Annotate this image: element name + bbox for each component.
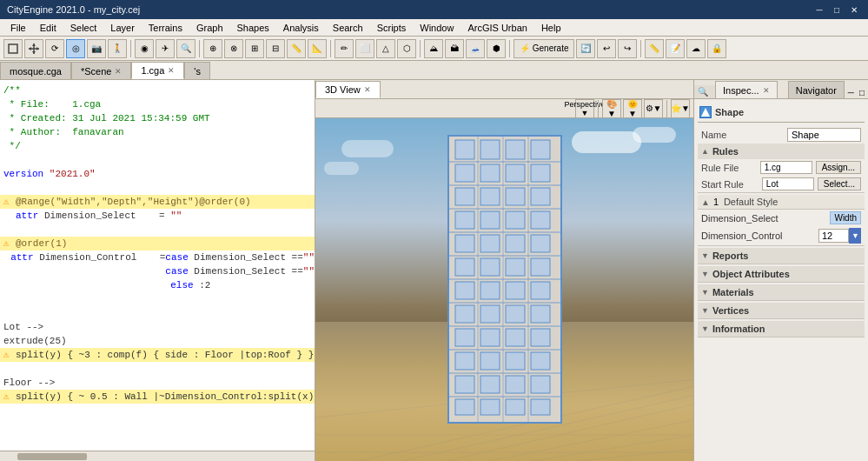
3d-view-content[interactable] <box>315 118 693 461</box>
reports-chevron: ▼ <box>701 251 709 260</box>
information-section-header[interactable]: ▼ Information <box>698 321 865 337</box>
toolbar-graph[interactable]: ⬢ <box>487 39 506 58</box>
building <box>435 127 574 431</box>
code-line <box>0 306 315 320</box>
toolbar-generate[interactable]: ⚡ Generate <box>514 39 574 58</box>
menu-window[interactable]: Window <box>413 21 461 35</box>
toolbar-zoomin[interactable]: 🔍 <box>176 39 195 58</box>
toolbar-align[interactable]: ⊞ <box>245 39 264 58</box>
toolbar-measure[interactable]: 📏 <box>287 39 306 58</box>
toolbar-camera[interactable]: 📷 <box>87 39 106 58</box>
materials-section-header[interactable]: ▼ Materials <box>698 284 865 300</box>
toolbar-ruler[interactable]: 📏 <box>645 39 664 58</box>
view-tb-shading[interactable]: 🌞▼ <box>623 99 642 118</box>
scroll-thumb[interactable] <box>17 453 87 460</box>
code-scrollbar[interactable] <box>0 451 315 461</box>
menu-file[interactable]: File <box>3 21 33 35</box>
tab-mosque-cga[interactable]: mosque.cga <box>0 62 71 79</box>
tab-3d-view[interactable]: 3D View ✕ <box>315 81 381 98</box>
view-tb-bookmark[interactable]: ⭐▼ <box>671 99 690 118</box>
view-tb-render[interactable]: 🎨▼ <box>602 99 621 118</box>
code-line: /** <box>0 84 315 97</box>
toolbar-orbit[interactable]: ◉ <box>135 39 154 58</box>
menu-search[interactable]: Search <box>326 21 370 35</box>
tab-scene[interactable]: *Scene ✕ <box>71 62 131 79</box>
toolbar-terrain[interactable]: ⛰ <box>424 39 443 58</box>
menu-graph[interactable]: Graph <box>189 21 230 35</box>
menu-select[interactable]: Select <box>63 21 104 35</box>
toolbar-move[interactable] <box>24 39 43 58</box>
svg-rect-36 <box>531 164 550 182</box>
svg-rect-66 <box>480 352 500 370</box>
vertices-section-header[interactable]: ▼ Vertices <box>698 303 865 318</box>
maximize-button[interactable]: □ <box>830 3 844 17</box>
toolbar-draw2[interactable]: ⬜ <box>355 39 374 58</box>
menu-layer[interactable]: Layer <box>103 21 142 35</box>
tab-1cga-close[interactable]: ✕ <box>168 66 175 75</box>
tab-s[interactable]: 's <box>184 62 210 79</box>
toolbar-redo[interactable]: ↪ <box>618 39 637 58</box>
svg-rect-69 <box>455 376 474 393</box>
select-button[interactable]: Select... <box>818 177 861 190</box>
toolbar-sep4 <box>420 40 421 57</box>
svg-rect-75 <box>506 399 525 415</box>
rules-section-header[interactable]: ▲ Rules <box>698 144 865 159</box>
tab-inspector[interactable]: Inspec... ✕ <box>715 81 778 98</box>
toolbar-cloud[interactable]: ☁ <box>686 39 706 58</box>
tab-scene-close[interactable]: ✕ <box>115 67 122 76</box>
reports-section-header[interactable]: ▼ Reports <box>698 248 865 264</box>
toolbar-draw[interactable]: ✏ <box>335 39 354 58</box>
tab-navigator[interactable]: Navigator <box>788 81 845 98</box>
inspector-controls: ─ □ <box>845 87 868 98</box>
menu-arcgis-urban[interactable]: ArcGIS Urban <box>461 21 533 35</box>
toolbar-undo[interactable]: ↩ <box>597 39 616 58</box>
object-attributes-header[interactable]: ▼ Object Attributes <box>698 266 865 282</box>
minimize-button[interactable]: ─ <box>812 3 826 17</box>
toolbar-select[interactable] <box>3 39 23 58</box>
rule-file-input[interactable] <box>760 161 812 174</box>
toolbar-walk[interactable]: 🚶 <box>108 39 127 58</box>
toolbar-rotate[interactable]: ⟳ <box>45 39 64 58</box>
tab-inspector-close[interactable]: ✕ <box>763 86 770 95</box>
svg-rect-56 <box>531 282 550 299</box>
dimension-control-dropdown[interactable]: ▼ <box>849 228 861 244</box>
tab-1cga[interactable]: 1.cga ✕ <box>131 62 184 79</box>
view-tb-options[interactable]: ⚙▼ <box>644 99 663 118</box>
toolbar-terrain2[interactable]: 🏔 <box>445 39 464 58</box>
toolbar-align2[interactable]: ⊟ <box>266 39 285 58</box>
menu-analysis[interactable]: Analysis <box>276 21 326 35</box>
code-editor-content[interactable]: /** * File: 1.cga * Created: 31 Jul 2021… <box>0 80 315 451</box>
svg-rect-33 <box>455 164 474 182</box>
start-rule-row: Start Rule Select... <box>698 176 865 192</box>
toolbar-draw4[interactable]: ⬡ <box>397 39 416 58</box>
toolbar-active[interactable]: ◎ <box>66 39 85 58</box>
toolbar-measure2[interactable]: 📐 <box>308 39 327 58</box>
svg-rect-30 <box>480 140 500 159</box>
toolbar-note[interactable]: 📝 <box>666 39 685 58</box>
warning-icon: ⚠ <box>0 195 12 209</box>
toolbar-snap2[interactable]: ⊗ <box>224 39 243 58</box>
menu-shapes[interactable]: Shapes <box>230 21 276 35</box>
inspector-minimize[interactable]: ─ <box>846 87 856 98</box>
toolbar-gen2[interactable]: 🔄 <box>576 39 595 58</box>
menu-terrains[interactable]: Terrains <box>142 21 189 35</box>
svg-rect-50 <box>480 258 500 276</box>
dimension-control-input[interactable] <box>818 229 849 243</box>
toolbar-terrain3[interactable]: 🗻 <box>466 39 485 58</box>
start-rule-input[interactable] <box>762 177 814 190</box>
inspector-maximize[interactable]: □ <box>858 87 866 98</box>
assign-button[interactable]: Assign... <box>816 161 861 174</box>
svg-rect-42 <box>480 211 500 229</box>
toolbar-draw3[interactable]: △ <box>376 39 395 58</box>
toolbar-flyto[interactable]: ✈ <box>156 39 175 58</box>
menu-scripts[interactable]: Scripts <box>370 21 414 35</box>
view-tab-bar: 3D View ✕ <box>315 80 693 99</box>
name-input[interactable] <box>787 128 861 142</box>
menu-edit[interactable]: Edit <box>33 21 63 35</box>
close-button[interactable]: ✕ <box>847 3 861 17</box>
menu-help[interactable]: Help <box>534 21 568 35</box>
toolbar-lock[interactable]: 🔒 <box>707 39 726 58</box>
toolbar-snap[interactable]: ⊕ <box>203 39 222 58</box>
view-tb-cam[interactable]: Perspective ▼ <box>575 99 594 118</box>
tab-3d-view-close[interactable]: ✕ <box>364 85 371 94</box>
